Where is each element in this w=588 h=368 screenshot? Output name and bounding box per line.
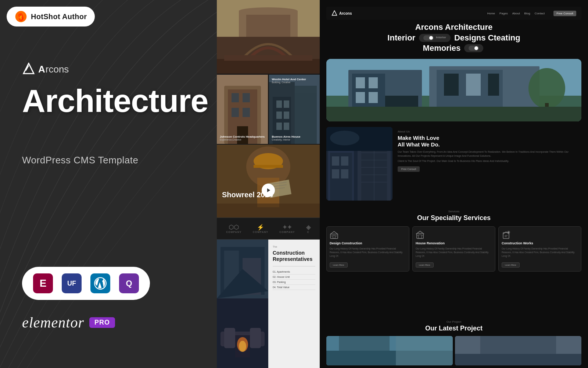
svg-rect-67: [466, 74, 481, 96]
constr-label: The: [273, 245, 315, 248]
construction-section: The Construction Representatives 01. Apa…: [217, 240, 320, 368]
preview-building-image: [326, 59, 581, 121]
company-logo-3: ✦✦ COMPANY: [279, 224, 295, 233]
right-panel: Arcons Home Pages About Blog Contact Fre…: [320, 0, 588, 368]
elementor-pro-area: elementor PRO: [22, 314, 115, 331]
elementor-label: elementor: [22, 314, 84, 331]
nav-link-pages[interactable]: Pages: [499, 12, 508, 15]
plugins-bar: E UF Q: [22, 267, 150, 300]
preview-about-image: [326, 127, 392, 201]
svg-rect-66: [444, 74, 459, 96]
arcons-logo-icon: [22, 63, 35, 76]
service-card-1: Design Construction Our Long History Of …: [326, 226, 409, 272]
svg-point-48: [239, 341, 246, 352]
showreel-text: Showreel 2024: [222, 191, 273, 199]
svg-point-90: [330, 131, 359, 145]
service-icon-2: [416, 230, 424, 239]
service-title-3: Construction Works: [502, 241, 578, 245]
svg-rect-92: [333, 236, 335, 238]
services-grid: Design Construction Our Long History Of …: [326, 226, 581, 272]
preview-projects: Our Project Our Latest Project: [326, 320, 581, 365]
svg-rect-78: [341, 169, 348, 178]
hero-line2-post: Designs Cteating: [454, 33, 520, 42]
services-label: Services: [326, 210, 581, 213]
hotshot-badge: HotShot Author: [7, 7, 95, 26]
logo-area: Arcons: [22, 63, 69, 76]
grid-building-main: [217, 0, 320, 74]
constr-image: [217, 240, 268, 368]
constr-item-1: 01. Apartments: [273, 269, 315, 275]
preview-nav-brand: Arcons: [339, 11, 352, 15]
hero-toggle-2: [464, 44, 483, 52]
svg-rect-94: [336, 235, 337, 237]
company-logo-4: ◈ C: [306, 224, 311, 233]
preview-about: About Us Make With LoveAll What We Do. O…: [326, 127, 581, 204]
hero-line2-pre: Interior: [387, 33, 415, 42]
svg-marker-1: [24, 63, 34, 74]
about-heading: Make With LoveAll What We Do.: [398, 135, 580, 148]
svg-rect-75: [332, 156, 339, 166]
nav-link-contact[interactable]: Contact: [535, 12, 545, 15]
about-cta-button[interactable]: Free Consult: [398, 166, 420, 172]
constr-text: The Construction Representatives 01. Apa…: [268, 240, 320, 368]
svg-rect-97: [417, 235, 418, 236]
card2-title: Westin Hotel And Center: [272, 78, 306, 81]
nav-cta-button[interactable]: Free Consult: [553, 11, 576, 16]
svg-point-69: [528, 68, 565, 109]
card2-sub: Building, Creative: [272, 81, 306, 84]
svg-rect-68: [488, 74, 499, 96]
svg-rect-60: [369, 77, 378, 88]
service-icon-3: [502, 230, 510, 239]
svg-rect-61: [356, 92, 365, 103]
svg-rect-44: [224, 328, 235, 348]
main-heading: Architecture: [22, 85, 208, 117]
pro-badge: PRO: [89, 317, 115, 328]
nav-link-home[interactable]: Home: [487, 12, 495, 15]
service-card-2: House Renovation Our Long History Of Fam…: [412, 226, 495, 272]
service-btn-1[interactable]: Learn More: [330, 262, 348, 268]
constr-item-2: 02. House Unit: [273, 275, 315, 280]
svg-rect-77: [332, 169, 339, 178]
hero-line1: Arcons Architecture: [415, 22, 493, 32]
service-desc-2: Our Long History Of Family Ownership Has…: [416, 247, 492, 258]
service-title-2: House Renovation: [416, 241, 492, 245]
svg-rect-98: [422, 235, 423, 236]
quix-icon: Q: [119, 273, 139, 293]
preview-services: Services Our Speciality Services Design …: [326, 210, 581, 272]
fire-icon: [15, 10, 27, 23]
showreel-section: Showreel 2024: [217, 145, 320, 217]
preview-nav-links: Home Pages About Blog Contact: [487, 12, 545, 15]
company-logos: ⬡⬡ COMPANY ⚡ COMPANY ✦✦ COMPANY ◈ C: [217, 217, 320, 240]
service-card-3: Construction Works Our Long History Of F…: [498, 226, 581, 272]
preview-about-text: About Us Make With LoveAll What We Do. O…: [396, 127, 581, 204]
projects-label: Our Project: [326, 320, 581, 323]
constr-heading: Construction Representatives: [273, 250, 315, 262]
center-panel: Johnson Controls Headquarters Experience…: [217, 0, 320, 368]
card1-label: Johnson Controls Headquarters Experience…: [220, 135, 265, 141]
service-icon-1: [330, 230, 338, 239]
architecture-title: Architecture: [22, 85, 208, 117]
wordpress-icon: [90, 273, 110, 293]
left-panel: .arch-line { fill: none; stroke: #888; s…: [0, 0, 217, 368]
project-img-2: [455, 336, 581, 365]
service-btn-2[interactable]: Learn More: [416, 262, 434, 268]
svg-rect-59: [356, 77, 365, 88]
constr-item-3: 03. Parking: [273, 280, 315, 285]
grid-building-2: Johnson Controls Headquarters Experience…: [217, 75, 268, 144]
cms-subtitle: WordPress CMS Template: [22, 155, 138, 166]
svg-rect-76: [341, 156, 348, 166]
uf-icon: UF: [62, 273, 82, 293]
nav-link-blog[interactable]: Blog: [524, 12, 530, 15]
hero-line3: Memories: [423, 43, 461, 53]
svg-rect-108: [396, 336, 453, 365]
about-sub-desc: Client Is The Soul Of The Project. Our M…: [398, 159, 580, 163]
preview-navbar: Arcons Home Pages About Blog Contact Fre…: [326, 7, 581, 20]
badge-text: HotShot Author: [31, 13, 87, 21]
card3-label: Buenos Aires House Creativity, Interior: [272, 135, 301, 141]
svg-rect-45: [250, 328, 261, 348]
constr-item-4: 04. Total Value: [273, 285, 315, 290]
nav-link-about[interactable]: About: [512, 12, 520, 15]
center-top-grid: Johnson Controls Headquarters Experience…: [217, 0, 320, 144]
svg-marker-53: [332, 11, 337, 15]
service-btn-3[interactable]: Learn More: [502, 262, 520, 268]
